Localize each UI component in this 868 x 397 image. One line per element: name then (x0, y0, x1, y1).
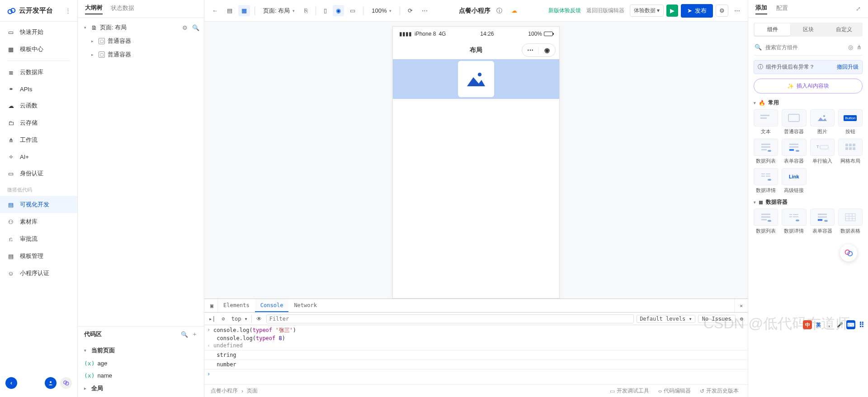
chevron-right-icon[interactable]: ▸ (91, 52, 96, 57)
comp-container[interactable]: 普通容器 (782, 109, 806, 135)
tab-elements[interactable]: Elements (218, 299, 255, 312)
search-input[interactable] (765, 44, 844, 51)
brand-logo[interactable]: 云开发平台 (6, 6, 61, 16)
seg-component[interactable]: 组件 (755, 23, 790, 36)
desktop-view-icon[interactable]: ▭ (347, 5, 359, 16)
comp-data-table[interactable]: 数据表格 (838, 209, 863, 234)
panel-view-icon[interactable]: ▤ (224, 5, 236, 16)
console-body[interactable]: ›console.log(typeof '张三') console.log(ty… (204, 325, 748, 384)
settings-icon[interactable]: ⚙ (182, 24, 188, 31)
filter-input[interactable] (266, 314, 634, 323)
sidebar-toggle-icon[interactable]: ▸| (207, 315, 217, 323)
comp-grid-layout[interactable]: 网格布局 (838, 139, 863, 164)
kebab-icon[interactable]: ⋯ (731, 5, 743, 16)
nav-database[interactable]: ≣云数据库 (0, 64, 77, 81)
tree-node[interactable]: ▸ ▢ 普通容器 (78, 34, 204, 48)
more-icon[interactable]: ⋮ (65, 7, 71, 14)
foot-code-editor[interactable]: ‹›代码编辑器 (656, 387, 693, 395)
tab-config[interactable]: 配置 (776, 4, 788, 14)
comp-data-detail[interactable]: 数据详情 (754, 168, 778, 194)
search-icon[interactable]: 🔍 (181, 331, 188, 338)
comp-button[interactable]: Button按钮 (838, 109, 863, 135)
ime-ch-icon[interactable]: 中 (803, 320, 812, 329)
clear-icon[interactable]: ⊘ (220, 315, 226, 323)
feedback-link[interactable]: 新版体验反馈 (548, 7, 581, 14)
refresh-icon[interactable]: ⟳ (405, 5, 416, 16)
tablet-view-icon[interactable]: ◉ (333, 5, 344, 16)
gear-icon[interactable]: ⚙ (738, 315, 745, 323)
tree-page-row[interactable]: ▾ 🗎 页面: 布局 ⚙ 🔍 (78, 21, 204, 34)
collapse-button[interactable]: ‹ (5, 377, 17, 389)
data-mode-select[interactable]: 体验数据 ▾ (630, 5, 664, 17)
nav-assets[interactable]: ⚇素材库 (0, 213, 77, 230)
nav-storage[interactable]: 🗀云存储 (0, 114, 77, 131)
nav-quickstart[interactable]: ▭快速开始 (0, 23, 77, 41)
image-placeholder[interactable] (458, 61, 494, 97)
chevron-right-icon[interactable]: ▸ (84, 386, 89, 391)
foot-debug-tools[interactable]: ▭开发调试工具 (607, 387, 652, 395)
ai-insert-button[interactable]: ✨ 插入AI内容块 (754, 79, 863, 93)
tab-network[interactable]: Network (288, 299, 322, 312)
nav-auth[interactable]: ▭身份认证 (0, 165, 77, 182)
comp-text[interactable]: 文本 (754, 109, 778, 135)
mobile-view-icon[interactable]: ▯ (321, 5, 330, 16)
comp-data-detail-2[interactable]: 数据详情 (782, 209, 806, 234)
expand-icon[interactable]: ⤢ (856, 5, 861, 12)
add-page-icon[interactable]: ⎘ (301, 5, 311, 16)
breadcrumb-app[interactable]: 点餐小程序 (211, 387, 238, 395)
more-icon[interactable]: ⋯ (419, 5, 431, 16)
code-var-row[interactable]: (x) name (78, 369, 204, 382)
section-data-container[interactable]: ▾ ≣ 数据容器 (754, 198, 863, 206)
rollback-link[interactable]: 撤回升级 (837, 63, 859, 71)
comp-input[interactable]: T单行输入 (810, 139, 835, 164)
preview-body[interactable] (393, 59, 559, 99)
target-icon[interactable]: ◎ (848, 44, 853, 51)
layout-view-icon[interactable]: ▦ (238, 5, 250, 16)
run-button[interactable]: ▶ (666, 5, 678, 17)
mic-icon[interactable]: 🎤 (835, 320, 844, 329)
levels-select[interactable]: Default levels ▾ (637, 315, 695, 323)
tab-state-data[interactable]: 状态数据 (111, 4, 134, 14)
breadcrumb-page[interactable]: 页面 (247, 387, 258, 395)
comp-form-container[interactable]: 表单容器 (782, 139, 806, 164)
floating-assistant-button[interactable] (840, 244, 857, 262)
tab-add[interactable]: 添加 (755, 4, 767, 14)
inspect-icon[interactable]: ▣ (206, 299, 218, 312)
apps-icon[interactable]: ⠿ (857, 320, 866, 329)
chevron-down-icon[interactable]: ▾ (84, 25, 89, 30)
keyboard-icon[interactable]: ⌨ (846, 320, 855, 329)
nav-template-mgr[interactable]: ▤模板管理 (0, 248, 77, 265)
comp-data-list[interactable]: 数据列表 (754, 139, 778, 164)
close-icon[interactable]: ✕ (734, 299, 748, 312)
section-common[interactable]: ▾ 🔥 常用 (754, 99, 863, 107)
chevron-down-icon[interactable]: ▾ (84, 348, 89, 353)
ime-en-icon[interactable]: 英 (814, 320, 823, 329)
comp-form-container-2[interactable]: 表单容器 (810, 209, 835, 234)
code-group-global[interactable]: ▸ 全局 (78, 382, 204, 395)
old-editor-link[interactable]: 返回旧版编辑器 (586, 7, 624, 14)
comp-data-list-2[interactable]: 数据列表 (754, 209, 778, 234)
no-issues-badge[interactable]: No Issues (698, 315, 736, 323)
seg-custom[interactable]: 自定义 (826, 23, 862, 36)
comp-link[interactable]: Link高级链接 (782, 168, 806, 194)
nav-visual-dev[interactable]: ▤可视化开发 (0, 196, 77, 213)
seg-block[interactable]: 区块 (790, 23, 826, 36)
back-button[interactable]: ← (209, 5, 221, 16)
assistant-icon[interactable] (60, 377, 72, 389)
tab-outline-tree[interactable]: 大纲树 (85, 4, 103, 14)
search-icon[interactable]: 🔍 (755, 44, 762, 51)
nav-functions[interactable]: ☁云函数 (0, 97, 77, 114)
nav-workflow[interactable]: ⋔工作流 (0, 131, 77, 149)
context-select[interactable]: top ▾ (230, 315, 252, 323)
tab-console[interactable]: Console (255, 299, 289, 312)
settings-button[interactable]: ⚙ (716, 5, 728, 17)
add-icon[interactable]: ＋ (192, 330, 198, 338)
zoom-selector[interactable]: 100%▾ (368, 5, 395, 16)
more-icon[interactable]: ⋯ (522, 44, 538, 56)
search-icon[interactable]: 🔍 (192, 24, 199, 31)
publish-button[interactable]: ➤ 发布 (681, 4, 713, 18)
punct-icon[interactable]: , (825, 320, 834, 329)
info-icon[interactable]: ⓘ (493, 5, 505, 17)
page-selector[interactable]: 页面: 布局▾ (259, 5, 298, 17)
code-var-row[interactable]: (x) age (78, 357, 204, 369)
